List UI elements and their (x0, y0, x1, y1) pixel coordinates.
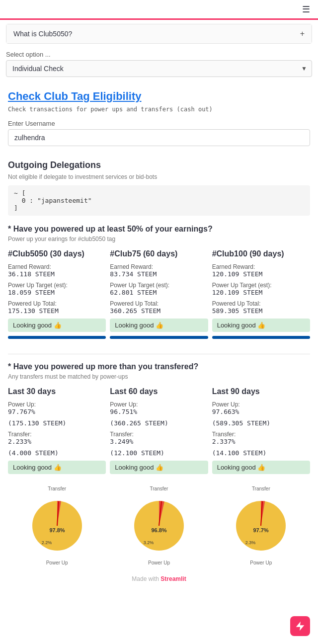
pie-90-transfer-label: Transfer (252, 486, 270, 491)
svg-text:2.3%: 2.3% (245, 540, 256, 545)
club-5050-target-label: Power Up Target (est): (8, 282, 106, 289)
club-75-target-value: 62.801 STEEM (110, 289, 208, 296)
fab-button[interactable] (290, 616, 310, 636)
club-5050-powered-value: 175.130 STEEM (8, 307, 106, 315)
club-5050-status: Looking good 👍 (8, 319, 106, 332)
pie-30-col: Transfer 97.8% 2.2% Power Up (8, 486, 106, 565)
expander-what-is-club5050: What is Club5050? + (6, 24, 312, 44)
pie-30-chart: 97.8% 2.2% (25, 493, 89, 558)
svg-text:97.7%: 97.7% (253, 527, 269, 533)
period-90-powerup-steem: (589.305 STEEM) (212, 419, 310, 427)
club-100-status: Looking good 👍 (212, 319, 310, 332)
pie-charts-row: Transfer 97.8% 2.2% Power Up Transfer (8, 486, 310, 565)
svg-text:2.2%: 2.2% (41, 540, 52, 545)
club-75-progress (110, 336, 208, 339)
club-75-status: Looking good 👍 (110, 319, 208, 332)
period-90-col: Last 90 days Power Up: 97.663% (589.305 … (212, 387, 310, 478)
club-75-earned-value: 83.734 STEEM (110, 270, 208, 278)
club-100-target-value: 120.109 STEEM (212, 289, 310, 296)
main-content: Check Club Tag Eligibility Check transac… (0, 90, 318, 597)
clubs-row: #Club5050 (30 days) Earned Reward: 36.11… (8, 249, 310, 346)
club-5050-earned-value: 36.118 STEEM (8, 270, 106, 278)
period-90-powerup-label: Power Up: (212, 401, 310, 408)
footer-brand: Streamlit (160, 575, 186, 582)
section2-subtext: Any transfers must be matched by power-u… (8, 373, 310, 380)
option-select[interactable]: Individual Check Group Check (6, 60, 312, 77)
period-60-powerup-label: Power Up: (110, 401, 208, 408)
period-60-transfer-steem: (12.100 STEEM) (110, 449, 208, 457)
period-30-heading: Last 30 days (8, 387, 106, 396)
footer-text: Made with (132, 575, 160, 582)
username-input[interactable] (8, 129, 310, 146)
period-90-transfer-steem: (14.100 STEEM) (212, 449, 310, 457)
club-75-earned-label: Earned Reward: (110, 263, 208, 270)
club-100-powered-value: 589.305 STEEM (212, 307, 310, 315)
club-5050-col: #Club5050 (30 days) Earned Reward: 36.11… (8, 249, 106, 346)
hamburger-icon[interactable]: ☰ (302, 4, 310, 15)
club-5050-powered-label: Powered Up Total: (8, 300, 106, 307)
period-30-transfer-pct: 2.233% (8, 438, 106, 445)
period-60-status: Looking good 👍 (110, 461, 208, 474)
period-90-heading: Last 90 days (212, 387, 310, 396)
period-60-powerup-pct: 96.751% (110, 408, 208, 415)
section-divider (8, 354, 310, 354)
club-75-powered-label: Powered Up Total: (110, 300, 208, 307)
periods-row: Last 30 days Power Up: 97.767% (175.130 … (8, 387, 310, 478)
section2-question: * Have you powered up more than you tran… (8, 362, 310, 371)
pie-60-chart: 96.8% 3.2% (127, 493, 191, 558)
club-100-heading: #Club100 (90 days) (212, 249, 310, 258)
period-30-powerup-steem: (175.130 STEEM) (8, 419, 106, 427)
pie-90-col: Transfer 97.7% 2.3% Power Up (212, 486, 310, 565)
expander-toggle-icon: + (300, 29, 305, 38)
period-90-transfer-label: Transfer: (212, 431, 310, 438)
club-75-powered-value: 360.265 STEEM (110, 307, 208, 315)
period-60-col: Last 60 days Power Up: 96.751% (360.265 … (110, 387, 208, 478)
period-30-transfer-steem: (4.000 STEEM) (8, 449, 106, 457)
club-5050-heading: #Club5050 (30 days) (8, 249, 106, 258)
club-75-target-label: Power Up Target (est): (110, 282, 208, 289)
club-75-heading: #Club75 (60 days) (110, 249, 208, 258)
footer: Made with Streamlit (8, 565, 310, 587)
select-container: Select option ... Individual Check Group… (0, 48, 318, 82)
period-60-heading: Last 60 days (110, 387, 208, 396)
section1-subtext: Power up your earings for #club5050 tag (8, 236, 310, 242)
top-bar: ☰ (0, 0, 318, 20)
club-100-earned-value: 120.109 STEEM (212, 270, 310, 278)
expander-header[interactable]: What is Club5050? + (6, 24, 312, 43)
page-description: Check transactions for power ups and tra… (8, 106, 310, 113)
delegations-heading: Outgoing Delegations (8, 160, 310, 170)
pie-60-powerup-label: Power Up (148, 560, 170, 565)
club-100-powered-label: Powered Up Total: (212, 300, 310, 307)
delegations-subtext: Not eligible if delegate to investment s… (8, 173, 310, 180)
period-60-transfer-label: Transfer: (110, 431, 208, 438)
section1-question: * Have you powered up at least 50% of yo… (8, 225, 310, 234)
username-label: Enter Username (8, 120, 310, 127)
club-100-earned-label: Earned Reward: (212, 263, 310, 270)
pie-60-col: Transfer 96.8% 3.2% Power Up (110, 486, 208, 565)
pie-90-powerup-label: Power Up (250, 560, 272, 565)
delegations-code: ~ [ 0 : "japansteemit" ] (8, 185, 310, 216)
svg-text:97.8%: 97.8% (49, 527, 65, 533)
period-30-powerup-label: Power Up: (8, 401, 106, 408)
period-90-status: Looking good 👍 (212, 461, 310, 474)
club-100-target-label: Power Up Target (est): (212, 282, 310, 289)
pie-30-transfer-label: Transfer (48, 486, 66, 491)
club-75-col: #Club75 (60 days) Earned Reward: 83.734 … (110, 249, 208, 346)
fab-icon (295, 621, 306, 632)
period-30-transfer-label: Transfer: (8, 431, 106, 438)
svg-text:3.2%: 3.2% (144, 540, 154, 545)
expander-label: What is Club5050? (13, 30, 72, 38)
club-5050-target-value: 18.059 STEEM (8, 289, 106, 296)
club-5050-progress (8, 336, 106, 339)
select-label: Select option ... (6, 51, 312, 58)
period-60-powerup-steem: (360.265 STEEM) (110, 419, 208, 427)
period-30-status: Looking good 👍 (8, 461, 106, 474)
period-90-powerup-pct: 97.663% (212, 408, 310, 415)
club-5050-earned-label: Earned Reward: (8, 263, 106, 270)
period-60-transfer-pct: 3.249% (110, 438, 208, 445)
period-30-powerup-pct: 97.767% (8, 408, 106, 415)
pie-30-powerup-label: Power Up (46, 560, 68, 565)
club-100-col: #Club100 (90 days) Earned Reward: 120.10… (212, 249, 310, 346)
page-title: Check Club Tag Eligibility (8, 90, 310, 103)
svg-text:96.8%: 96.8% (151, 527, 166, 533)
